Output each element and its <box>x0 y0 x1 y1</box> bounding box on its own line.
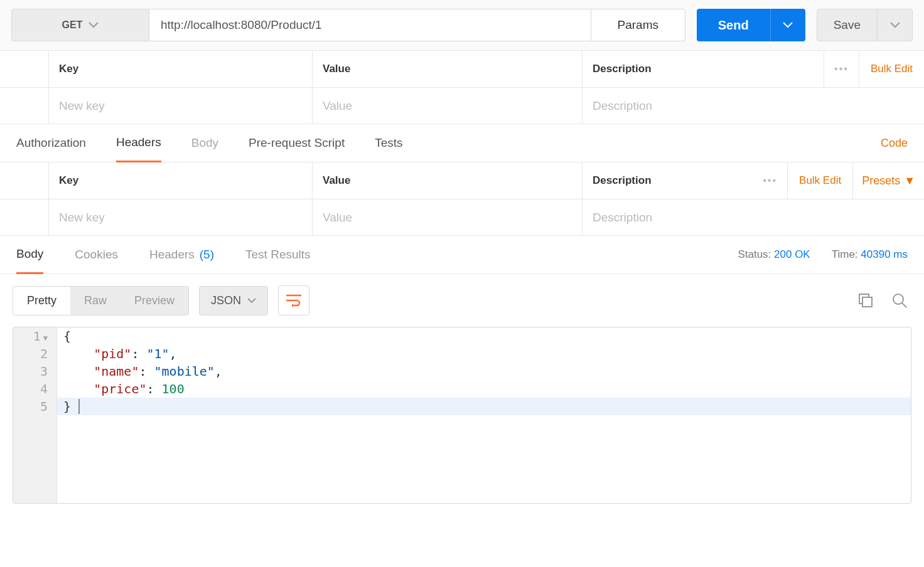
row-gutter <box>0 51 49 87</box>
wrap-icon <box>286 294 302 307</box>
line-number: 3 <box>13 363 57 380</box>
url-input[interactable]: http://localhost:8080/Product/1 <box>149 9 591 41</box>
request-tabs: Authorization Headers Body Pre-request S… <box>0 124 924 162</box>
response-body-viewer[interactable]: 1▼ { 2 "pid": "1", 3 "name": "mobile", 4… <box>13 327 911 504</box>
param-key-input[interactable]: New key <box>49 88 313 124</box>
header-key-input[interactable]: New key <box>49 199 313 235</box>
send-dropdown-button[interactable] <box>770 9 805 41</box>
body-format-select[interactable]: JSON <box>199 286 268 315</box>
chevron-down-icon <box>89 22 99 28</box>
headers-table: Key Value Description ••• Bulk Edit Pres… <box>0 162 924 236</box>
svg-line-3 <box>902 303 906 307</box>
time-label: Time: <box>832 248 858 260</box>
presets-dropdown[interactable]: Presets ▼ <box>852 162 924 199</box>
request-bar: GET http://localhost:8080/Product/1 Para… <box>0 0 924 51</box>
response-tabs: Body Cookies Headers (5) Test Results St… <box>0 236 924 274</box>
row-gutter <box>0 199 49 235</box>
params-table: Key Value Description ••• Bulk Edit New … <box>0 51 924 124</box>
tab-authorization[interactable]: Authorization <box>16 125 86 161</box>
chevron-down-icon <box>247 298 256 304</box>
row-gutter <box>0 88 49 124</box>
column-header-description: Description <box>583 51 824 87</box>
headers-count-badge: (5) <box>200 248 214 262</box>
tab-response-test-results[interactable]: Test Results <box>245 236 310 273</box>
bulk-edit-link[interactable]: Bulk Edit <box>787 162 852 199</box>
tab-response-headers[interactable]: Headers (5) <box>149 236 214 273</box>
column-header-value: Value <box>313 162 583 199</box>
body-view-controls: Pretty Raw Preview JSON <box>0 274 924 327</box>
status-value: 200 OK <box>774 248 810 260</box>
header-value-input[interactable]: Value <box>313 199 583 235</box>
column-header-value: Value <box>313 51 583 87</box>
param-description-input[interactable]: Description <box>583 88 924 124</box>
body-view-mode-group: Pretty Raw Preview <box>13 286 189 315</box>
tab-response-body[interactable]: Body <box>16 236 43 274</box>
svg-point-2 <box>893 294 903 304</box>
send-button[interactable]: Send <box>697 9 770 41</box>
line-number: 1▼ <box>13 327 57 345</box>
bulk-edit-link[interactable]: Bulk Edit <box>859 51 924 87</box>
tab-body[interactable]: Body <box>191 125 218 161</box>
status-label: Status: <box>738 248 771 260</box>
chevron-down-icon <box>783 22 793 28</box>
line-number: 2 <box>13 345 57 363</box>
response-meta: Status: 200 OK Time: 40390 ms <box>738 248 908 261</box>
view-mode-raw[interactable]: Raw <box>70 287 121 315</box>
row-gutter <box>0 162 49 199</box>
line-number: 5 <box>13 398 57 415</box>
tab-prerequest-script[interactable]: Pre-request Script <box>249 125 345 161</box>
search-icon[interactable] <box>888 289 911 312</box>
param-value-input[interactable]: Value <box>313 88 583 124</box>
more-options-icon[interactable]: ••• <box>824 51 859 87</box>
column-header-key: Key <box>49 51 313 87</box>
view-mode-preview[interactable]: Preview <box>121 287 188 315</box>
tab-response-cookies[interactable]: Cookies <box>75 236 118 273</box>
copy-icon[interactable] <box>854 289 878 312</box>
tab-tests[interactable]: Tests <box>375 125 402 161</box>
svg-rect-1 <box>862 297 872 307</box>
line-number: 4 <box>13 380 57 398</box>
line-wrap-button[interactable] <box>278 285 309 315</box>
url-text: http://localhost:8080/Product/1 <box>161 18 322 32</box>
text-cursor <box>71 399 80 414</box>
tab-headers[interactable]: Headers <box>116 124 161 162</box>
params-button[interactable]: Params <box>591 9 685 41</box>
code-link[interactable]: Code <box>881 137 908 150</box>
chevron-down-icon <box>890 22 900 28</box>
save-button[interactable]: Save <box>817 9 878 41</box>
more-options-icon[interactable]: ••• <box>753 162 787 199</box>
http-method-select[interactable]: GET <box>11 9 149 41</box>
column-header-key: Key <box>49 162 313 199</box>
save-dropdown-button[interactable] <box>878 9 913 41</box>
caret-down-icon: ▼ <box>904 174 915 188</box>
header-description-input[interactable]: Description <box>583 199 924 235</box>
view-mode-pretty[interactable]: Pretty <box>13 287 70 315</box>
http-method-label: GET <box>62 19 83 31</box>
column-header-description: Description <box>583 162 670 199</box>
fold-icon[interactable]: ▼ <box>43 334 48 342</box>
time-value: 40390 ms <box>861 248 908 260</box>
